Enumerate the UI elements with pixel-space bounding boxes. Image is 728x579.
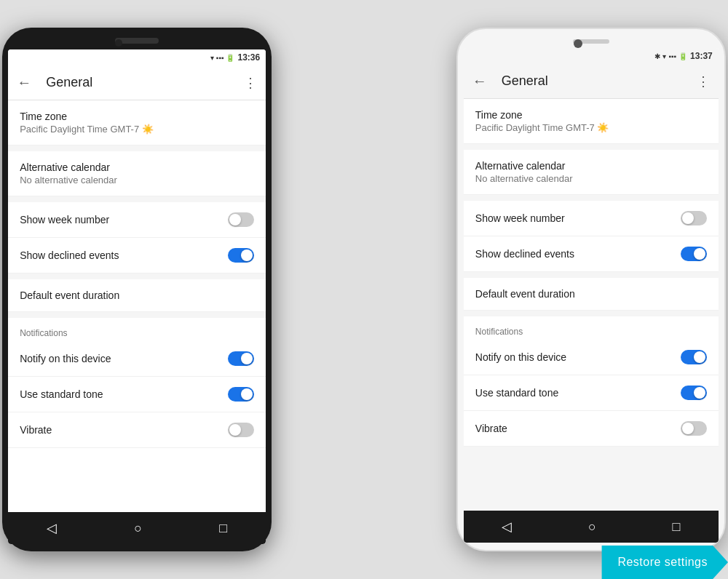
notify-device-toggle-black[interactable] <box>228 351 254 366</box>
divider1-black <box>8 145 266 151</box>
status-time-white: 13:37 <box>690 51 713 61</box>
square-nav-white[interactable]: □ <box>673 519 681 535</box>
notify-device-row-white[interactable]: Notify on this device <box>464 340 719 375</box>
alt-calendar-label-black: Alternative calendar <box>20 161 254 173</box>
timezone-item-black[interactable]: Time zone Pacific Daylight Time GMT-7 ☀️ <box>8 100 266 145</box>
app-title-black: General <box>46 75 244 90</box>
status-time-black: 13:36 <box>237 52 260 63</box>
vibrate-knob-black <box>229 424 241 436</box>
back-nav-black[interactable]: ◁ <box>47 520 57 536</box>
bluetooth-icon: ✱ <box>654 52 660 60</box>
restore-settings-button[interactable]: Restore settings <box>601 546 728 579</box>
bottom-nav-black: ◁ ○ □ <box>8 512 266 544</box>
declined-events-row-white[interactable]: Show declined events <box>464 236 719 272</box>
timezone-value-black: Pacific Daylight Time GMT-7 ☀️ <box>20 124 254 135</box>
vibrate-label-black: Vibrate <box>20 424 52 436</box>
wifi-icon: ▾ <box>210 54 214 62</box>
back-button-white[interactable]: ← <box>472 73 487 89</box>
notify-device-knob-black <box>241 353 253 364</box>
standard-tone-knob-white <box>694 387 705 399</box>
notify-device-label-black: Notify on this device <box>20 353 111 364</box>
declined-events-label-black: Show declined events <box>20 249 119 261</box>
notify-device-toggle-white[interactable] <box>681 350 707 364</box>
divider4-black <box>8 312 266 318</box>
notifications-header-white: Notifications <box>464 316 719 340</box>
app-title-white: General <box>502 73 697 89</box>
divider3-white <box>464 272 719 278</box>
vibrate-toggle-white[interactable] <box>681 421 707 436</box>
week-number-row-white[interactable]: Show week number <box>464 201 719 236</box>
divider4-white <box>464 311 719 316</box>
alt-calendar-item-black[interactable]: Alternative calendar No alternative cale… <box>8 151 266 196</box>
more-button-white[interactable]: ⋮ <box>697 73 710 89</box>
status-bar-black: ▾ ▪▪▪ 🔋 13:36 <box>8 49 266 65</box>
timezone-label-white: Time zone <box>475 109 707 121</box>
event-duration-item-black[interactable]: Default event duration <box>8 279 266 312</box>
timezone-value-white: Pacific Daylight Time GMT-7 ☀️ <box>475 122 707 133</box>
standard-tone-label-white: Use standard tone <box>475 387 558 399</box>
timezone-item-white[interactable]: Time zone Pacific Daylight Time GMT-7 ☀️ <box>464 99 719 144</box>
divider2-black <box>8 196 266 202</box>
notify-device-knob-white <box>694 351 705 363</box>
square-nav-black[interactable]: □ <box>219 521 227 536</box>
status-icons-white: ✱ ▾ ▪▪▪ 🔋 <box>654 52 687 60</box>
standard-tone-row-white[interactable]: Use standard tone <box>464 375 719 411</box>
battery-icon: 🔋 <box>226 54 234 62</box>
camera-black <box>115 39 122 47</box>
status-bar-white: ✱ ▾ ▪▪▪ 🔋 13:37 <box>464 48 719 64</box>
declined-events-row-black[interactable]: Show declined events <box>8 238 266 273</box>
home-nav-white[interactable]: ○ <box>588 519 596 535</box>
standard-tone-toggle-black[interactable] <box>228 387 254 402</box>
timezone-label-black: Time zone <box>20 111 254 122</box>
back-button-black[interactable]: ← <box>17 74 31 91</box>
declined-events-label-white: Show declined events <box>475 248 574 260</box>
alt-calendar-value-white: No alternative calendar <box>475 173 707 184</box>
app-bar-black: ← General ⋮ <box>8 65 266 100</box>
vibrate-label-white: Vibrate <box>475 423 507 434</box>
vibrate-knob-white <box>682 423 694 434</box>
back-nav-white[interactable]: ◁ <box>502 519 512 535</box>
standard-tone-toggle-white[interactable] <box>681 386 707 400</box>
status-icons-black: ▾ ▪▪▪ 🔋 <box>210 54 235 62</box>
week-number-toggle-black[interactable] <box>228 212 254 227</box>
declined-events-toggle-black[interactable] <box>228 248 254 263</box>
declined-events-knob-black <box>241 249 253 261</box>
phone-white: ✱ ▾ ▪▪▪ 🔋 13:37 ← General ⋮ Time zone Pa… <box>456 28 726 551</box>
app-bar-white: ← General ⋮ <box>464 64 719 99</box>
event-duration-label-black: Default event duration <box>20 290 254 301</box>
notify-device-row-black[interactable]: Notify on this device <box>8 341 266 377</box>
settings-content-black: Time zone Pacific Daylight Time GMT-7 ☀️… <box>8 100 266 512</box>
divider1-white <box>464 144 719 150</box>
settings-content-white: Time zone Pacific Daylight Time GMT-7 ☀️… <box>464 99 719 511</box>
home-nav-black[interactable]: ○ <box>134 521 142 536</box>
screen-black: ▾ ▪▪▪ 🔋 13:36 ← General ⋮ Time zone Paci… <box>8 49 266 544</box>
standard-tone-row-black[interactable]: Use standard tone <box>8 377 266 412</box>
week-number-label-black: Show week number <box>20 214 109 225</box>
restore-overlay: Restore settings <box>601 546 728 579</box>
more-button-black[interactable]: ⋮ <box>244 75 257 91</box>
standard-tone-knob-black <box>241 388 253 400</box>
week-number-knob-black <box>229 214 241 225</box>
week-number-row-black[interactable]: Show week number <box>8 202 266 238</box>
camera-white <box>574 39 582 48</box>
week-number-label-white: Show week number <box>475 212 565 224</box>
alt-calendar-value-black: No alternative calendar <box>20 175 254 185</box>
wifi-icon-w: ▾ <box>662 52 666 60</box>
screen-white: ✱ ▾ ▪▪▪ 🔋 13:37 ← General ⋮ Time zone Pa… <box>464 48 719 543</box>
alt-calendar-item-white[interactable]: Alternative calendar No alternative cale… <box>464 150 719 195</box>
vibrate-row-white[interactable]: Vibrate <box>464 411 719 447</box>
divider2-white <box>464 195 719 201</box>
event-duration-item-white[interactable]: Default event duration <box>464 278 719 311</box>
declined-events-toggle-white[interactable] <box>681 247 707 261</box>
vibrate-row-black[interactable]: Vibrate <box>8 412 266 448</box>
standard-tone-label-black: Use standard tone <box>20 388 103 400</box>
week-number-knob-white <box>682 212 694 224</box>
signal-icon: ▪▪▪ <box>216 54 224 62</box>
notifications-header-black: Notifications <box>8 318 266 341</box>
signal-icon-w: ▪▪▪ <box>668 52 676 60</box>
vibrate-toggle-black[interactable] <box>228 423 254 437</box>
battery-icon-w: 🔋 <box>678 52 687 60</box>
event-duration-label-white: Default event duration <box>475 288 707 300</box>
week-number-toggle-white[interactable] <box>681 211 707 225</box>
notify-device-label-white: Notify on this device <box>475 351 566 363</box>
